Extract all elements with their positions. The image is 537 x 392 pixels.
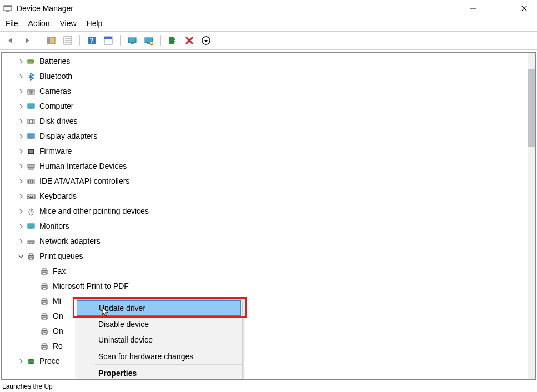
tree-item[interactable]: Display adapters: [16, 129, 528, 144]
status-text: Launches the Up: [2, 383, 53, 390]
tree-item-label: Network adapters: [39, 234, 101, 249]
printer-icon: [39, 282, 49, 292]
device-manager-icon: [3, 4, 12, 13]
svg-rect-7: [47, 37, 50, 44]
tree-item[interactable]: Bluetooth: [16, 69, 528, 84]
firmware-icon: [26, 147, 36, 157]
context-menu-uninstall-device[interactable]: Uninstall device: [76, 332, 242, 348]
context-menu-disable-device[interactable]: Disable device: [76, 316, 242, 332]
tree-expand-icon[interactable]: [16, 102, 25, 111]
toolbar-forward-button forward-arrow-icon[interactable]: [20, 33, 34, 48]
tree-item[interactable]: Fax: [16, 264, 528, 279]
toolbar-help-button help-icon[interactable]: ?: [84, 33, 99, 48]
menu-action[interactable]: Action: [28, 19, 50, 28]
toolbar-show-hide-tree-button[interactable]: [44, 33, 58, 48]
tree-item[interactable]: IDE ATA/ATAPI controllers: [16, 174, 528, 189]
toolbar-separator: [160, 35, 161, 46]
toolbar: ?: [0, 32, 537, 50]
svg-rect-16: [104, 37, 112, 39]
tree-item-label: Keyboards: [39, 189, 77, 204]
close-button[interactable]: [511, 0, 537, 17]
printer-icon: [39, 267, 49, 277]
scrollbar-thumb[interactable]: [528, 69, 535, 147]
tree-item[interactable]: Cameras: [16, 84, 528, 99]
tree-collapse-icon[interactable]: [16, 252, 25, 261]
tree-expand-icon[interactable]: [16, 132, 25, 141]
tree-expand-icon[interactable]: [16, 237, 25, 246]
tree-expand-icon[interactable]: [16, 207, 25, 216]
svg-rect-39: [28, 164, 34, 167]
svg-rect-40: [29, 167, 33, 169]
tree-expand-icon[interactable]: [16, 357, 25, 366]
tree-expand-icon[interactable]: [16, 162, 25, 171]
context-menu-update-driver[interactable]: Update driver: [77, 300, 241, 316]
minimize-button[interactable]: [460, 0, 486, 17]
tree-item-label: Batteries: [39, 54, 70, 69]
toolbar-back-button back-arrow-icon[interactable]: [3, 33, 18, 48]
maximize-button[interactable]: [486, 0, 511, 17]
menu-file[interactable]: File: [6, 19, 18, 28]
toolbar-uninstall-button x-icon[interactable]: [182, 33, 197, 48]
tree-expand-icon[interactable]: [16, 87, 25, 96]
svg-rect-27: [28, 60, 33, 63]
tree-item[interactable]: Mice and other pointing devices: [16, 204, 528, 219]
tree-expand-icon[interactable]: [16, 57, 25, 66]
svg-rect-78: [29, 359, 33, 364]
keyboard-icon: [26, 192, 36, 202]
toolbar-export-list-button[interactable]: [61, 33, 75, 48]
svg-rect-38: [29, 150, 33, 153]
tree-expand-icon: [29, 342, 38, 351]
printer-icon: [39, 326, 49, 336]
tree-expand-icon[interactable]: [16, 177, 25, 186]
toolbar-scan-hardware-button[interactable]: [142, 33, 156, 48]
svg-point-30: [29, 91, 33, 94]
menu-view[interactable]: View: [59, 19, 76, 28]
svg-rect-8: [51, 37, 55, 44]
tree-item[interactable]: Network adapters: [16, 234, 528, 249]
tree-item[interactable]: Human Interface Devices: [16, 159, 528, 174]
tree-expand-icon: [29, 327, 38, 336]
tree-item-label: Fax: [53, 264, 66, 279]
svg-rect-62: [43, 273, 46, 275]
tree-item[interactable]: Computer: [16, 99, 528, 114]
svg-rect-74: [43, 333, 46, 335]
tree-expand-icon[interactable]: [16, 192, 25, 201]
svg-rect-23: [174, 41, 175, 42]
svg-rect-54: [28, 241, 34, 243]
svg-rect-56: [32, 243, 33, 244]
svg-rect-42: [28, 180, 29, 183]
tree-item[interactable]: Batteries: [16, 54, 528, 69]
toolbar-properties-button[interactable]: [101, 33, 116, 48]
tree-item-label: Display adapters: [39, 129, 97, 144]
svg-rect-47: [30, 196, 31, 197]
context-menu-scan-for-hardware-changes[interactable]: Scan for hardware changes: [76, 349, 242, 364]
svg-rect-73: [43, 329, 46, 330]
tree-item-label: Ro: [53, 339, 63, 354]
menu-help[interactable]: Help: [87, 19, 103, 28]
svg-rect-31: [28, 104, 34, 108]
tree-expand-icon[interactable]: [16, 117, 25, 126]
mouse-icon: [26, 207, 36, 217]
context-menu-properties[interactable]: Properties: [76, 365, 242, 380]
tree-expand-icon[interactable]: [16, 72, 25, 81]
toolbar-disable-button[interactable]: [199, 33, 213, 48]
tree-item[interactable]: Monitors: [16, 219, 528, 234]
svg-rect-55: [29, 243, 30, 244]
tree-item[interactable]: Print queues: [16, 249, 528, 264]
svg-rect-77: [43, 348, 46, 350]
svg-text:?: ?: [89, 37, 93, 44]
tree-expand-icon: [29, 267, 38, 276]
tree-item[interactable]: Microsoft Print to PDF: [16, 279, 528, 294]
tree-expand-icon: [29, 312, 38, 321]
content-area: BatteriesBluetoothCamerasComputerDisk dr…: [1, 52, 536, 380]
tree-item[interactable]: Disk drives: [16, 114, 528, 129]
tree-item[interactable]: Keyboards: [16, 189, 528, 204]
tree-item-label: Cameras: [39, 84, 71, 99]
tree-item[interactable]: Firmware: [16, 144, 528, 159]
vertical-scrollbar[interactable]: [528, 53, 535, 379]
toolbar-update-driver-button[interactable]: [125, 33, 139, 48]
toolbar-add-legacy-button[interactable]: [165, 33, 180, 48]
tree-item-label: IDE ATA/ATAPI controllers: [39, 174, 129, 189]
tree-expand-icon[interactable]: [16, 222, 25, 231]
tree-expand-icon[interactable]: [16, 147, 25, 156]
